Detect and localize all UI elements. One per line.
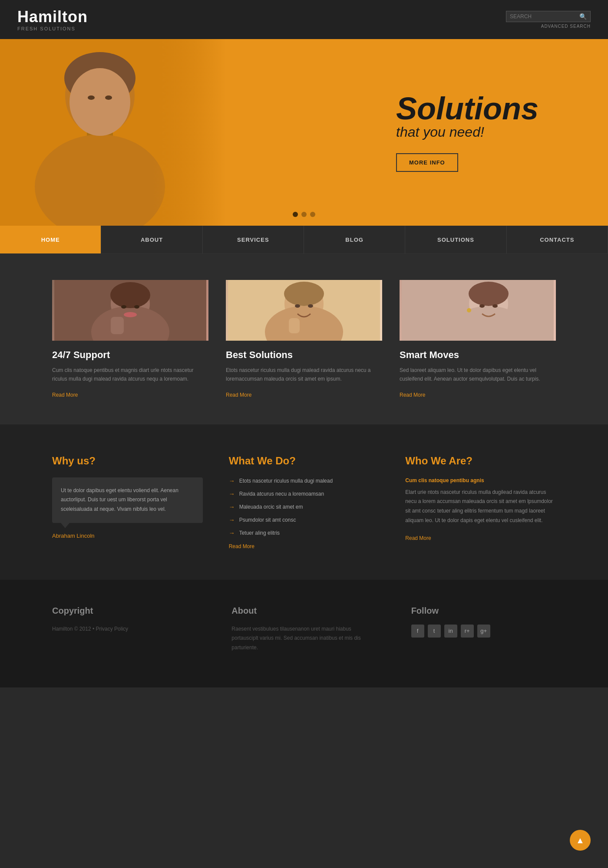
footer: Copyright Hamilton © 2012 • Privacy Poli… <box>0 580 608 687</box>
why-us-title: Why us? <box>52 455 203 467</box>
social-icon-0[interactable]: f <box>411 625 424 638</box>
svg-point-20 <box>284 282 324 306</box>
svg-point-30 <box>467 308 471 312</box>
social-icon-3[interactable]: r+ <box>461 625 474 638</box>
feature-image-1 <box>52 280 208 341</box>
advanced-search-link[interactable]: ADVANCED SEARCH <box>541 24 591 29</box>
search-box[interactable]: 🔍 <box>506 11 591 22</box>
svg-point-27 <box>469 282 509 306</box>
arrow-icon-0: → <box>229 477 235 484</box>
footer-follow-col: Follow ftinr+g+ <box>411 606 556 653</box>
feature-text-1: Cum clis natoque pentibus et magnis diar… <box>52 366 208 384</box>
quote-author[interactable]: Abraham Lincoln <box>52 533 95 539</box>
who-we-are-read-more[interactable]: Read More <box>405 535 431 541</box>
footer-follow-title: Follow <box>411 606 556 616</box>
svg-point-13 <box>121 305 126 309</box>
svg-point-12 <box>110 282 150 308</box>
quote-box: Ut te dolor dapibus eget elentu voliend … <box>52 477 203 523</box>
logo-area: Hamilton FRESH SOLUTIONS <box>17 8 88 31</box>
features-section: 24/7 Support Cum clis natoque pentibus e… <box>0 254 608 424</box>
arrow-icon-3: → <box>229 516 235 523</box>
header: Hamilton FRESH SOLUTIONS 🔍 ADVANCED SEAR… <box>0 0 608 39</box>
hero-dot-2[interactable] <box>301 212 307 217</box>
who-we-are-body: Elart urie ntots nascetur riculus mulla … <box>405 488 556 525</box>
social-icon-4[interactable]: g+ <box>477 625 490 638</box>
what-we-do-col: What We Do? →Etots nascetur riculus mull… <box>229 455 380 549</box>
hero-more-info-button[interactable]: MORE INFO <box>396 153 458 172</box>
nav-about[interactable]: ABOUT <box>101 226 202 253</box>
footer-about-text: Raesent vestibulues tilausenanon uret ma… <box>231 625 376 653</box>
arrow-icon-4: → <box>229 529 235 536</box>
quote-text: Ut te dolor dapibus eget elentu voliend … <box>61 486 194 514</box>
hero-dots <box>293 212 315 217</box>
logo-tagline: FRESH SOLUTIONS <box>17 26 88 31</box>
what-we-do-item-2: →Maleuada orcic sit amet em <box>229 503 380 510</box>
who-we-are-title: Who We Are? <box>405 455 556 467</box>
arrow-icon-1: → <box>229 490 235 497</box>
feature-image-3 <box>400 280 556 341</box>
social-icon-1[interactable]: t <box>428 625 441 638</box>
svg-point-22 <box>308 304 313 308</box>
social-icon-2[interactable]: in <box>444 625 457 638</box>
feature-read-more-2[interactable]: Read More <box>226 392 251 398</box>
what-we-do-item-4: →Tetuer aling elitris <box>229 529 380 536</box>
svg-rect-16 <box>111 317 124 334</box>
what-we-do-item-3: →Psumdolor sit amt consc <box>229 516 380 523</box>
what-we-do-title: What We Do? <box>229 455 380 467</box>
logo-title: Hamilton <box>17 8 88 26</box>
svg-point-5 <box>69 68 130 136</box>
social-icons: ftinr+g+ <box>411 625 556 638</box>
arrow-icon-2: → <box>229 503 235 510</box>
nav-contacts[interactable]: CONTACTS <box>507 226 608 253</box>
footer-about-title: About <box>231 606 376 616</box>
feature-image-2 <box>226 280 382 341</box>
feature-card-1: 24/7 Support Cum clis natoque pentibus e… <box>52 280 208 398</box>
svg-point-7 <box>105 95 112 100</box>
footer-copyright-text: Hamilton © 2012 • Privacy Policy <box>52 625 197 634</box>
feature-read-more-1[interactable]: Read More <box>52 392 78 398</box>
nav-home[interactable]: HOME <box>0 226 101 253</box>
nav-solutions[interactable]: SOLUTIONS <box>405 226 506 253</box>
hero-dot-1[interactable] <box>293 212 298 217</box>
what-we-do-list: →Etots nascetur riculus mulla dugi malea… <box>229 477 380 536</box>
nav-blog[interactable]: BLOG <box>304 226 405 253</box>
search-input[interactable] <box>510 13 579 20</box>
who-we-are-intro: Cum clis natoque pentibu agnis <box>405 477 556 483</box>
feature-title-2: Best Solutions <box>226 349 382 361</box>
mid-section: Why us? Ut te dolor dapibus eget elentu … <box>0 424 608 580</box>
svg-rect-8 <box>152 39 226 226</box>
feature-card-2: Best Solutions Etots nascetur riculus mu… <box>226 280 382 398</box>
svg-point-21 <box>295 304 300 308</box>
hero-main-title: Solutions <box>396 93 539 124</box>
svg-rect-23 <box>289 318 300 333</box>
svg-point-14 <box>134 305 139 309</box>
svg-point-6 <box>88 95 95 100</box>
what-we-do-item-0: →Etots nascetur riculus mulla dugi malea… <box>229 477 380 484</box>
hero-sub-title: that you need! <box>396 124 539 140</box>
why-us-col: Why us? Ut te dolor dapibus eget elentu … <box>52 455 203 549</box>
search-button[interactable]: 🔍 <box>579 13 587 20</box>
what-we-do-item-1: →Ravida atcurus necu a loremoamsan <box>229 490 380 497</box>
what-we-do-read-more[interactable]: Read More <box>229 543 380 549</box>
footer-copyright-title: Copyright <box>52 606 197 616</box>
footer-about-col: About Raesent vestibulues tilausenanon u… <box>231 606 376 653</box>
feature-read-more-3[interactable]: Read More <box>400 392 425 398</box>
feature-text-3: Sed laoreet aliquam leo. Ut te dolor dap… <box>400 366 556 384</box>
svg-point-28 <box>479 304 485 308</box>
search-area: 🔍 ADVANCED SEARCH <box>506 11 591 29</box>
main-nav: HOME ABOUT SERVICES BLOG SOLUTIONS CONTA… <box>0 226 608 254</box>
svg-point-29 <box>492 304 498 308</box>
who-we-are-col: Who We Are? Cum clis natoque pentibu agn… <box>405 455 556 549</box>
svg-point-15 <box>124 312 137 317</box>
hero-section: Solutions that you need! MORE INFO <box>0 39 608 226</box>
hero-image <box>0 39 226 226</box>
feature-card-3: Smart Moves Sed laoreet aliquam leo. Ut … <box>400 280 556 398</box>
feature-text-2: Etots nascetur riculus mulla dugi malead… <box>226 366 382 384</box>
hero-dot-3[interactable] <box>310 212 315 217</box>
nav-services[interactable]: SERVICES <box>203 226 304 253</box>
hero-content: Solutions that you need! MORE INFO <box>396 93 539 172</box>
feature-title-1: 24/7 Support <box>52 349 208 361</box>
footer-copyright-col: Copyright Hamilton © 2012 • Privacy Poli… <box>52 606 197 653</box>
feature-title-3: Smart Moves <box>400 349 556 361</box>
